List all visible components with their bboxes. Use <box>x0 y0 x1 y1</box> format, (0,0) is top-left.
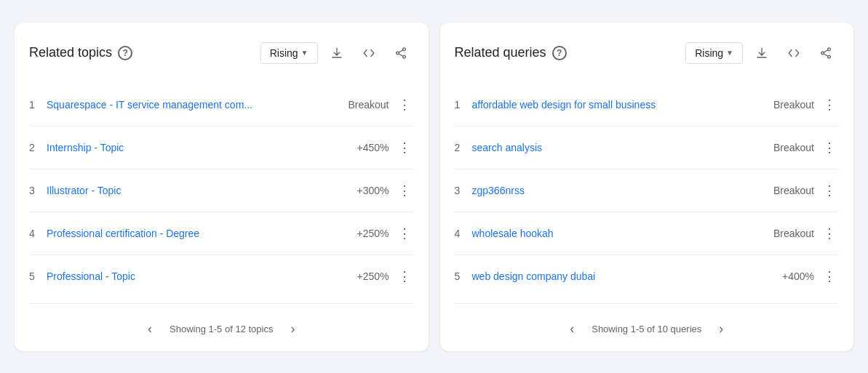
svg-point-1 <box>396 52 399 55</box>
card-footer-right: ‹ Showing 1-5 of 10 queries › <box>455 313 840 340</box>
item-number: 4 <box>455 228 472 239</box>
queries-list: 1 affordable web design for small busine… <box>455 84 840 297</box>
item-number: 1 <box>455 99 472 111</box>
related-topics-card: Related topics ? Rising ▼ <box>15 23 429 351</box>
item-label[interactable]: search analysis <box>472 142 773 153</box>
footer-text-left: Showing 1-5 of 12 topics <box>170 324 273 334</box>
more-options-icon[interactable]: ⋮ <box>820 224 839 243</box>
item-label[interactable]: wholesale hookah <box>472 228 773 239</box>
svg-point-6 <box>821 52 824 55</box>
download-button-right[interactable] <box>749 40 775 66</box>
chevron-down-icon-left: ▼ <box>301 49 308 57</box>
embed-button-right[interactable] <box>781 40 807 66</box>
more-options-icon[interactable]: ⋮ <box>395 181 414 200</box>
item-value: +450% <box>357 142 389 153</box>
chevron-down-icon-right: ▼ <box>726 49 733 57</box>
footer-text-right: Showing 1-5 of 10 queries <box>592 324 701 334</box>
item-value: Breakout <box>773 185 814 196</box>
help-icon-left[interactable]: ? <box>118 46 132 60</box>
svg-point-7 <box>828 55 831 58</box>
divider-left <box>29 303 414 304</box>
list-item: 2 search analysis Breakout ⋮ <box>455 127 840 169</box>
item-number: 3 <box>29 185 47 196</box>
next-page-button-left[interactable]: › <box>284 318 300 340</box>
list-item: 5 Professional - Topic +250% ⋮ <box>29 255 414 297</box>
svg-line-3 <box>399 49 402 52</box>
more-options-icon[interactable]: ⋮ <box>395 138 414 157</box>
item-label[interactable]: web design company dubai <box>472 270 783 282</box>
more-options-icon[interactable]: ⋮ <box>820 138 839 157</box>
card-footer-left: ‹ Showing 1-5 of 12 topics › <box>29 313 414 340</box>
list-item: 5 web design company dubai +400% ⋮ <box>455 255 840 297</box>
item-label[interactable]: Professional certification - Degree <box>47 228 357 239</box>
card-header-left: Related topics ? Rising ▼ <box>29 40 414 66</box>
rising-dropdown-left[interactable]: Rising ▼ <box>260 42 318 64</box>
title-group-left: Related topics ? <box>29 45 132 60</box>
related-topics-title: Related topics <box>29 45 112 60</box>
item-value: Breakout <box>773 99 814 111</box>
list-item: 3 Illustrator - Topic +300% ⋮ <box>29 169 414 212</box>
item-label[interactable]: Professional - Topic <box>47 270 357 282</box>
download-button-left[interactable] <box>324 40 350 66</box>
svg-point-0 <box>402 47 405 50</box>
item-number: 5 <box>455 270 472 282</box>
svg-line-8 <box>824 49 827 52</box>
embed-icon-right <box>787 47 800 60</box>
item-label[interactable]: zgp366nrss <box>472 185 773 196</box>
item-label[interactable]: Internship - Topic <box>47 142 357 153</box>
item-number: 4 <box>29 228 47 239</box>
divider-right <box>455 303 840 304</box>
list-item: 3 zgp366nrss Breakout ⋮ <box>455 169 840 212</box>
more-options-icon[interactable]: ⋮ <box>820 181 839 200</box>
list-item: 1 affordable web design for small busine… <box>455 84 840 127</box>
share-icon-right <box>819 47 832 60</box>
prev-page-button-left[interactable]: ‹ <box>142 318 158 340</box>
embed-button-left[interactable] <box>356 40 382 66</box>
share-button-left[interactable] <box>388 40 414 66</box>
item-value: Breakout <box>773 142 814 153</box>
list-item: 2 Internship - Topic +450% ⋮ <box>29 127 414 169</box>
more-options-icon[interactable]: ⋮ <box>395 267 414 286</box>
more-options-icon[interactable]: ⋮ <box>820 267 839 286</box>
svg-point-5 <box>828 47 831 50</box>
embed-icon-left <box>362 47 375 60</box>
share-icon-left <box>394 47 407 60</box>
help-icon-right[interactable]: ? <box>552 46 567 60</box>
related-queries-title: Related queries <box>455 45 546 60</box>
item-label[interactable]: affordable web design for small business <box>472 99 773 111</box>
item-value: +250% <box>357 228 389 239</box>
svg-point-2 <box>402 55 405 58</box>
next-page-button-right[interactable]: › <box>713 318 729 340</box>
topics-list: 1 Squarespace - IT service management co… <box>29 84 414 297</box>
item-number: 3 <box>455 185 472 196</box>
item-label[interactable]: Illustrator - Topic <box>47 185 357 196</box>
svg-line-9 <box>824 53 827 55</box>
item-value: +400% <box>782 270 814 282</box>
dropdown-label-left: Rising <box>270 47 298 59</box>
card-actions-left: Rising ▼ <box>260 40 414 66</box>
item-value: Breakout <box>773 228 814 239</box>
more-options-icon[interactable]: ⋮ <box>395 95 414 114</box>
more-options-icon[interactable]: ⋮ <box>820 95 839 114</box>
rising-dropdown-right[interactable]: Rising ▼ <box>685 42 743 64</box>
title-group-right: Related queries ? <box>455 45 567 60</box>
item-value: +300% <box>357 185 389 196</box>
share-button-right[interactable] <box>813 40 839 66</box>
item-number: 1 <box>29 99 47 111</box>
list-item: 4 Professional certification - Degree +2… <box>29 212 414 255</box>
prev-page-button-right[interactable]: ‹ <box>564 318 580 340</box>
download-icon-left <box>330 47 343 60</box>
item-label[interactable]: Squarespace - IT service management com.… <box>47 99 348 111</box>
related-queries-card: Related queries ? Rising ▼ <box>440 23 854 351</box>
card-header-right: Related queries ? Rising ▼ <box>455 40 840 66</box>
list-item: 1 Squarespace - IT service management co… <box>29 84 414 127</box>
list-item: 4 wholesale hookah Breakout ⋮ <box>455 212 840 255</box>
item-number: 2 <box>455 142 472 153</box>
item-value: +250% <box>357 270 389 282</box>
item-value: Breakout <box>348 99 389 111</box>
item-number: 5 <box>29 270 47 282</box>
more-options-icon[interactable]: ⋮ <box>395 224 414 243</box>
card-actions-right: Rising ▼ <box>685 40 839 66</box>
dropdown-label-right: Rising <box>695 47 723 59</box>
svg-line-4 <box>399 53 402 55</box>
